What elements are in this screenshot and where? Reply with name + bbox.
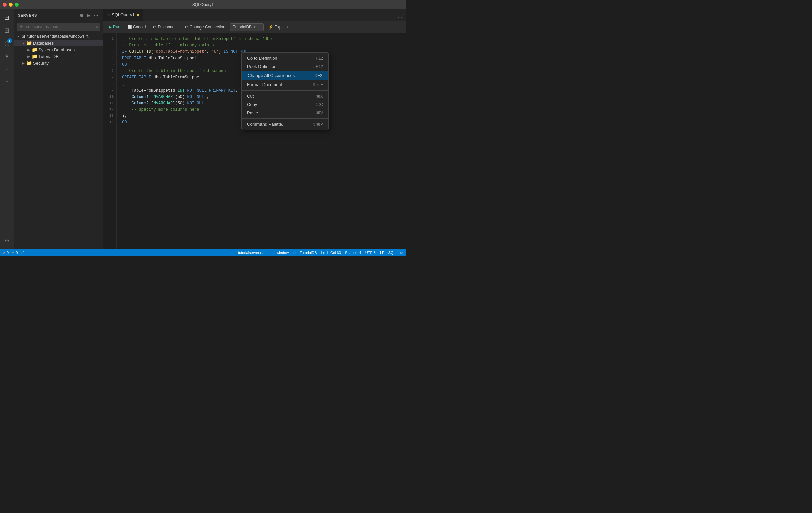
server-db-text: tutorialserver.database.windows.net : Tu… [238, 251, 317, 255]
info-count: 1 [23, 251, 25, 255]
app-body: ⊟ ⊞ ◷ 1 ◈ ⌕ ⑂ ⚙ SERVERS ⊕ ⊟ ⋯ × ▾ [0, 9, 406, 249]
chevron-down-icon: ▾ [16, 33, 21, 39]
language-text: SQL [388, 251, 396, 255]
servers-icon[interactable]: ⊟ [1, 12, 13, 24]
security-folder-icon: 📁 [26, 60, 31, 66]
disconnect-icon: ⟳ [153, 25, 156, 29]
peek-definition-label: Peek Definition [247, 64, 306, 69]
copy-shortcut: ⌘C [316, 102, 323, 107]
explain-button[interactable]: ⚡ Explain [265, 24, 290, 30]
command-palette-shortcut: ⇧⌘P [313, 122, 323, 127]
paste-label: Paste [247, 110, 311, 115]
status-position[interactable]: Ln 1, Col 63 [321, 251, 341, 255]
error-icon: ⊗ [3, 251, 6, 255]
history-icon[interactable]: ◷ 1 [1, 37, 13, 49]
run-icon: ▶ [109, 25, 112, 29]
paste-shortcut: ⌘V [316, 111, 323, 115]
menu-item-change-all-occurrences[interactable]: Change All Occurrences ⌘F2 [242, 71, 328, 81]
tab-modified-indicator [137, 14, 140, 17]
format-document-shortcut: ⇧⌥F [313, 83, 323, 87]
error-count: 0 [7, 251, 9, 255]
menu-item-format-document[interactable]: Format Document ⇧⌥F [242, 81, 328, 89]
cut-label: Cut [247, 93, 311, 98]
format-document-label: Format Document [247, 82, 307, 87]
status-language[interactable]: SQL [388, 251, 396, 255]
change-connection-button[interactable]: ⟳ Change Connection [182, 24, 228, 30]
more-icon[interactable]: ⋯ [93, 12, 99, 19]
new-server-icon[interactable]: ⊕ [79, 12, 85, 19]
server-tree: ▾ ⊡ tutorialserver.database.windows.n...… [14, 33, 103, 249]
sidebar-title: SERVERS [18, 13, 37, 18]
more-tabs-icon[interactable]: ⋯ [394, 15, 406, 21]
run-label: Run [113, 25, 120, 29]
history-badge: 1 [7, 38, 12, 43]
database-name: TutorialDB [233, 25, 252, 29]
server-label: tutorialserver.database.windows.n... [28, 34, 91, 38]
tree-item-system-databases[interactable]: ▶ 📁 System Databases [14, 46, 103, 53]
system-databases-folder-icon: 📁 [31, 47, 37, 52]
context-menu-divider-1 [242, 90, 328, 90]
status-smiley[interactable]: ☺ [400, 251, 403, 255]
go-to-definition-label: Go to Definition [247, 56, 311, 61]
context-menu-divider-2 [242, 118, 328, 119]
status-spaces[interactable]: Spaces: 4 [345, 251, 361, 255]
eol-text: LF [380, 251, 384, 255]
tutorialdb-folder-icon: 📁 [31, 54, 37, 59]
code-line-1: -- Create a new table called 'TableFromS… [122, 36, 401, 42]
status-errors[interactable]: ⊗ 0 [3, 251, 9, 255]
peek-definition-shortcut: ⌥F12 [311, 64, 323, 69]
go-to-definition-shortcut: F12 [316, 56, 323, 61]
server-icon: ⊡ [21, 33, 26, 39]
connections-icon[interactable]: ⊞ [1, 25, 13, 36]
tree-item-tutorialdb[interactable]: ▶ 📁 TutorialDB [14, 53, 103, 60]
menu-item-paste[interactable]: Paste ⌘V [242, 109, 328, 117]
tab-bar: ≡ SQLQuery1 ⋯ [103, 9, 406, 21]
chevron-down-icon: ▾ [21, 40, 26, 46]
spaces-text: Spaces: 4 [345, 251, 361, 255]
search-icon[interactable]: ⌕ [1, 63, 13, 75]
menu-item-command-palette[interactable]: Command Palette... ⇧⌘P [242, 120, 328, 129]
sidebar: SERVERS ⊕ ⊟ ⋯ × ▾ ⊡ tutorialserver.datab… [14, 9, 103, 249]
chevron-right-icon: ▶ [21, 60, 26, 66]
menu-item-cut[interactable]: Cut ⌘X [242, 92, 328, 100]
change-all-occurrences-label: Change All Occurrences [248, 73, 308, 78]
git-icon[interactable]: ⑂ [1, 76, 13, 87]
cancel-icon: ⬜ [128, 25, 132, 29]
position-text: Ln 1, Col 63 [321, 251, 341, 255]
status-left: ⊗ 0 ⚠ 0 ℹ 1 [3, 251, 25, 255]
status-warnings[interactable]: ⚠ 0 [11, 251, 18, 255]
editor-area: ≡ SQLQuery1 ⋯ ▶ Run ⬜ Cancel ⟳ Disconnec… [103, 9, 406, 249]
minimize-button[interactable] [9, 3, 13, 7]
tree-item-security[interactable]: ▶ 📁 Security [14, 60, 103, 66]
status-info[interactable]: ℹ 1 [21, 251, 25, 255]
security-label: Security [33, 61, 49, 66]
bookmarks-icon[interactable]: ◈ [1, 50, 13, 62]
toolbar: ▶ Run ⬜ Cancel ⟳ Disconnect ⟳ Change Con… [103, 21, 406, 33]
status-encoding[interactable]: UTF-8 [366, 251, 376, 255]
cancel-button[interactable]: ⬜ Cancel [125, 24, 148, 30]
close-button[interactable] [3, 3, 7, 7]
editor-tab[interactable]: ≡ SQLQuery1 [103, 9, 144, 21]
title-bar: SQLQuery1 [0, 0, 406, 9]
menu-item-go-to-definition[interactable]: Go to Definition F12 [242, 54, 328, 62]
menu-item-copy[interactable]: Copy ⌘C [242, 100, 328, 109]
tree-item-server[interactable]: ▾ ⊡ tutorialserver.database.windows.n... [14, 33, 103, 39]
chevron-down-icon: ▼ [253, 25, 257, 29]
cancel-label: Cancel [133, 25, 145, 29]
sidebar-header: SERVERS ⊕ ⊟ ⋯ [14, 9, 103, 22]
menu-item-peek-definition[interactable]: Peek Definition ⌥F12 [242, 62, 328, 71]
database-selector[interactable]: TutorialDB ▼ [230, 24, 263, 31]
maximize-button[interactable] [15, 3, 19, 7]
status-server-db[interactable]: tutorialserver.database.windows.net : Tu… [238, 251, 317, 255]
encoding-text: UTF-8 [366, 251, 376, 255]
settings-icon[interactable]: ⚙ [1, 235, 13, 247]
search-clear-icon[interactable]: × [95, 24, 98, 29]
search-input[interactable] [17, 23, 100, 31]
search-box: × [17, 23, 100, 31]
disconnect-button[interactable]: ⟳ Disconnect [150, 24, 180, 30]
collapse-icon[interactable]: ⊟ [86, 12, 91, 19]
tree-item-databases[interactable]: ▾ 📁 Databases [14, 39, 103, 46]
disconnect-label: Disconnect [157, 25, 177, 29]
run-button[interactable]: ▶ Run [106, 24, 123, 30]
status-eol[interactable]: LF [380, 251, 384, 255]
